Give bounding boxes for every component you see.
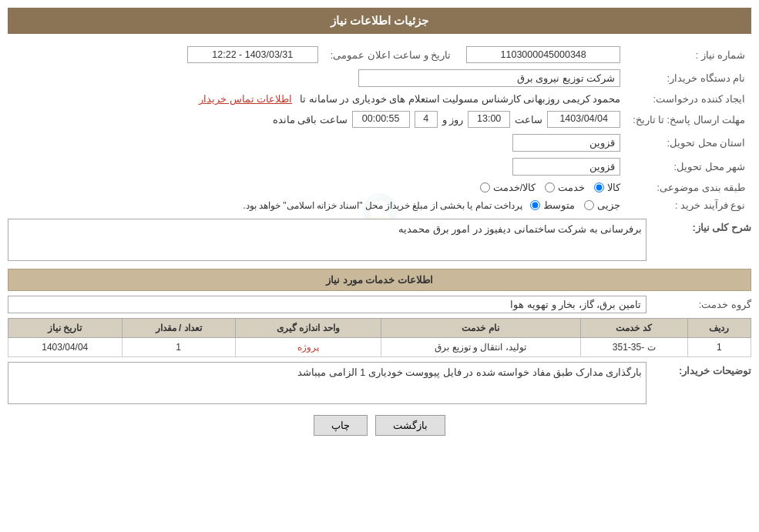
province-label: استان محل تحویل:: [626, 131, 751, 155]
cell-name: تولید، انتقال و توزیع برق: [381, 338, 580, 357]
deadline-date: 1403/04/04: [547, 111, 620, 128]
creator-link[interactable]: اطلاعات تماس خریدار: [199, 94, 292, 105]
deadline-remain: 00:00:55: [352, 111, 410, 128]
col-row: ردیف: [687, 319, 751, 338]
service-group-label: گروه خدمت:: [651, 299, 751, 310]
page-title: جزئیات اطلاعات نیاز: [8, 8, 751, 34]
category-kala-label: کالا: [607, 182, 620, 193]
col-code: کد خدمت: [580, 319, 687, 338]
creator-label: ایجاد کننده درخواست:: [626, 90, 751, 108]
city-label: شهر محل تحویل:: [626, 155, 751, 179]
deadline-day-label: روز و: [442, 114, 463, 125]
category-khedmat-label: خدمت: [558, 182, 585, 193]
deadline-time-label: ساعت: [515, 114, 542, 125]
category-label: طبقه بندی موضوعی:: [626, 179, 751, 196]
table-row: 1 ت -35-351 تولید، انتقال و توزیع برق پر…: [8, 338, 751, 357]
back-button[interactable]: بازگشت: [375, 415, 445, 436]
items-table: ردیف کد خدمت نام خدمت واحد اندازه گیری ت…: [8, 318, 751, 357]
description-value: برفرسانی به شرکت ساختمانی دیفیوز در امور…: [8, 219, 646, 261]
cell-unit: پروژه: [235, 338, 381, 357]
col-quantity: تعداد / مقدار: [122, 319, 235, 338]
col-unit: واحد اندازه گیری: [235, 319, 381, 338]
cell-code: ت -35-351: [580, 338, 687, 357]
buyer-notes-value: بارگذاری مدارک طبق مفاد خواسته شده در فا…: [8, 362, 646, 404]
services-header: اطلاعات خدمات مورد نیاز: [8, 269, 751, 291]
announce-date-label: تاریخ و ساعت اعلان عمومی:: [324, 43, 457, 66]
deadline-remain-label: ساعت باقی مانده: [273, 114, 348, 125]
province-value: قزوین: [512, 134, 620, 152]
category-kala[interactable]: کالا: [594, 182, 620, 193]
category-kala-khedmat-label: کالا/خدمت: [493, 182, 536, 193]
deadline-time: 13:00: [468, 111, 510, 128]
button-row: بازگشت چاپ: [8, 415, 751, 436]
col-name: نام خدمت: [381, 319, 580, 338]
buyer-org-label: نام دستگاه خریدار:: [626, 66, 751, 90]
process-jozi[interactable]: جزیی: [584, 199, 620, 211]
need-number-value: 1103000045000348: [466, 46, 620, 63]
process-motavasset-label: متوسط: [543, 199, 575, 211]
process-jozi-label: جزیی: [597, 199, 620, 211]
cell-quantity: 1: [122, 338, 235, 357]
print-button[interactable]: چاپ: [314, 415, 368, 436]
cell-row: 1: [687, 338, 751, 357]
process-note: پرداخت تمام یا بخشی از مبلغ خریداز محل "…: [243, 200, 522, 211]
deadline-days: 4: [415, 111, 438, 128]
category-khedmat[interactable]: خدمت: [545, 182, 585, 193]
buyer-org-value: شرکت توزیع نیروی برق: [358, 69, 620, 87]
cell-date: 1403/04/04: [8, 338, 123, 357]
process-motavasset[interactable]: متوسط: [530, 199, 575, 211]
description-label: شرح کلی نیاز:: [651, 219, 751, 233]
col-date: تاریخ نیاز: [8, 319, 123, 338]
city-value: قزوین: [512, 158, 620, 176]
creator-value: محمود کریمی روزبهانی کارشناس مسولیت استع…: [300, 94, 620, 105]
category-kala-khedmat[interactable]: کالا/خدمت: [480, 182, 536, 193]
buyer-notes-label: توضیحات خریدار:: [651, 362, 751, 376]
process-label: نوع فرآیند خرید :: [626, 196, 751, 214]
service-group-value: تامین برق، گاز، بخار و تهویه هوا: [8, 296, 646, 313]
need-number-label: شماره نیاز :: [626, 43, 751, 66]
deadline-label: مهلت ارسال پاسخ: تا تاریخ:: [626, 108, 751, 131]
announce-date-value: 1403/03/31 - 12:22: [187, 46, 318, 63]
